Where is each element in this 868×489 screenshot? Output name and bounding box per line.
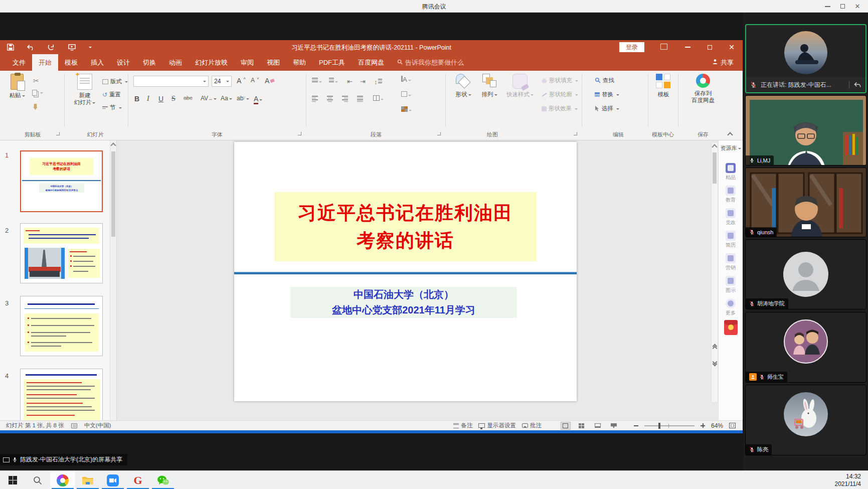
drawing-dialog-launcher[interactable] bbox=[574, 132, 577, 135]
reply-arrow-icon[interactable] bbox=[853, 81, 861, 88]
shapes-button[interactable]: 形状 bbox=[451, 74, 475, 98]
tellme-box[interactable]: 告诉我你想要做什么 bbox=[391, 54, 470, 71]
copy-icon[interactable] bbox=[32, 90, 43, 96]
taskbar-sogou-button[interactable]: G bbox=[125, 471, 150, 489]
ppt-minimize-button[interactable] bbox=[676, 40, 699, 54]
increase-indent-icon[interactable]: ⇥ bbox=[360, 78, 366, 85]
tab-design[interactable]: 设计 bbox=[110, 54, 136, 71]
participant-tile[interactable]: 胡涛地学院 bbox=[745, 239, 866, 309]
clipboard-dialog-launcher[interactable] bbox=[56, 132, 60, 135]
pinyin-guide-button[interactable]: abʸ bbox=[237, 95, 249, 102]
align-right-icon[interactable] bbox=[342, 95, 348, 104]
resource-item-diagram[interactable]: 图示 bbox=[719, 276, 743, 294]
numbering-icon[interactable] bbox=[329, 77, 338, 85]
columns-icon[interactable] bbox=[373, 95, 384, 102]
ppt-close-button[interactable]: ✕ bbox=[721, 40, 743, 54]
text-direction-icon[interactable]: A bbox=[401, 76, 411, 83]
paste-button[interactable]: 粘贴 bbox=[5, 74, 29, 99]
slide-thumbnail-4[interactable] bbox=[20, 369, 103, 420]
tab-file[interactable]: 文件 bbox=[6, 54, 32, 71]
participant-tile[interactable]: Li,MJ bbox=[745, 95, 866, 166]
zoom-in-button[interactable] bbox=[701, 423, 705, 428]
line-spacing-icon[interactable]: ↕ bbox=[374, 78, 382, 86]
clear-format-icon[interactable]: A bbox=[265, 77, 274, 85]
thumbnail-scrollbar[interactable] bbox=[110, 140, 116, 420]
display-settings-button[interactable]: 显示器设置 bbox=[478, 422, 516, 429]
meeting-minimize-button[interactable] bbox=[820, 0, 835, 13]
underline-button[interactable]: U bbox=[158, 95, 163, 103]
change-case-button[interactable]: Aa bbox=[221, 95, 232, 102]
font-dialog-launcher[interactable] bbox=[298, 132, 301, 135]
slideshow-view-button[interactable] bbox=[609, 422, 619, 430]
tab-view[interactable]: 视图 bbox=[260, 54, 286, 71]
char-spacing-button[interactable]: AV↔ bbox=[201, 95, 217, 102]
tab-animations[interactable]: 动画 bbox=[162, 54, 189, 71]
zoom-level[interactable]: 64% bbox=[711, 422, 723, 429]
quick-styles-button[interactable]: 快速样式 bbox=[503, 74, 537, 98]
find-button[interactable]: 查找 bbox=[595, 77, 614, 84]
tab-review[interactable]: 审阅 bbox=[234, 54, 260, 71]
double-strike-button[interactable]: abc bbox=[184, 95, 193, 101]
resource-item-education[interactable]: 教育 bbox=[719, 186, 743, 204]
notes-toggle[interactable]: 备注 bbox=[453, 422, 472, 429]
meeting-close-button[interactable]: ✕ bbox=[850, 0, 865, 13]
align-text-icon[interactable] bbox=[401, 91, 411, 98]
save-to-baidu-button[interactable]: 保存到 百度网盘 bbox=[683, 74, 723, 104]
next-slide-button[interactable] bbox=[711, 357, 718, 369]
decrease-font-icon[interactable]: A˅ bbox=[251, 77, 259, 84]
resource-item-more[interactable]: 更多 bbox=[719, 298, 743, 316]
collapse-ribbon-icon[interactable] bbox=[727, 132, 733, 137]
tab-template[interactable]: 模板 bbox=[58, 54, 84, 71]
font-color-button[interactable]: A bbox=[254, 95, 262, 103]
reset-button[interactable]: ↺ 重置 bbox=[102, 91, 121, 98]
tab-help[interactable]: 帮助 bbox=[286, 54, 312, 71]
ppt-restore-button[interactable] bbox=[699, 40, 721, 54]
resource-item-party[interactable]: 党政 bbox=[719, 208, 743, 226]
layout-button[interactable]: 版式 bbox=[102, 78, 128, 85]
slide-subtitle-box[interactable]: 中国石油大学（北京） 盆地中心党支部2021年11月学习 bbox=[290, 287, 517, 318]
language-status[interactable]: 中文(中国) bbox=[84, 422, 111, 429]
shape-outline-button[interactable]: 形状轮廓 bbox=[542, 91, 578, 98]
justify-icon[interactable] bbox=[357, 95, 363, 104]
share-button[interactable]: 共享 bbox=[708, 54, 743, 71]
slide-thumbnail-1[interactable]: 习近平总书记在胜利油田考察的讲话 中国石油大学（北京）盆地中心党支部2021年1… bbox=[20, 150, 103, 212]
bullets-icon[interactable] bbox=[312, 77, 322, 85]
slide-title-box[interactable]: 习近平总书记在胜利油田 考察的讲话 bbox=[274, 192, 537, 261]
previous-slide-button[interactable] bbox=[711, 341, 718, 353]
new-slide-button[interactable]: ✦ 新建 幻灯片 bbox=[70, 74, 99, 106]
replace-button[interactable]: 替换 bbox=[595, 91, 619, 98]
font-size-combo[interactable]: 24 bbox=[212, 76, 232, 87]
meeting-maximize-button[interactable] bbox=[835, 0, 850, 13]
tab-insert[interactable]: 插入 bbox=[84, 54, 110, 71]
spellcheck-icon[interactable] bbox=[71, 423, 77, 428]
shape-effects-button[interactable]: 形状效果 bbox=[542, 105, 578, 112]
slide-sorter-view-button[interactable] bbox=[577, 422, 587, 430]
comments-toggle[interactable]: 批注 bbox=[522, 422, 542, 429]
participant-tile[interactable]: 师生宝 bbox=[745, 312, 866, 383]
participant-tile[interactable]: qiunsh bbox=[745, 168, 866, 237]
tab-transitions[interactable]: 切换 bbox=[136, 54, 162, 71]
participant-tile[interactable]: 陈亮 bbox=[745, 385, 866, 455]
align-left-icon[interactable] bbox=[312, 95, 318, 104]
slide-thumbnail-2[interactable] bbox=[20, 223, 103, 283]
taskbar-meeting-button[interactable] bbox=[100, 471, 125, 489]
shape-fill-button[interactable]: 形状填充 bbox=[542, 77, 578, 84]
resource-item-marketing[interactable]: 营销 bbox=[719, 253, 743, 271]
tab-pdf-tools[interactable]: PDF工具 bbox=[312, 54, 352, 71]
resource-library-title[interactable]: 资源库 bbox=[719, 144, 743, 152]
arrange-button[interactable]: 排列 bbox=[477, 74, 501, 98]
align-center-icon[interactable] bbox=[327, 95, 333, 104]
taskbar-wechat-button[interactable] bbox=[150, 471, 176, 489]
paragraph-dialog-launcher[interactable] bbox=[437, 132, 441, 135]
tab-home[interactable]: 开始 bbox=[32, 54, 58, 71]
strikethrough-button[interactable]: S bbox=[171, 95, 176, 103]
zoom-out-button[interactable] bbox=[634, 425, 638, 426]
tab-baidu-netdisk[interactable]: 百度网盘 bbox=[352, 54, 391, 71]
reading-view-button[interactable] bbox=[593, 422, 603, 430]
ribbon-display-options-icon[interactable] bbox=[660, 44, 667, 50]
italic-button[interactable]: I bbox=[147, 95, 149, 103]
fit-to-window-icon[interactable] bbox=[729, 423, 736, 428]
taskbar-explorer-button[interactable] bbox=[75, 471, 100, 489]
login-button[interactable]: 登录 bbox=[619, 42, 644, 52]
tab-slideshow[interactable]: 幻灯片放映 bbox=[189, 54, 234, 71]
